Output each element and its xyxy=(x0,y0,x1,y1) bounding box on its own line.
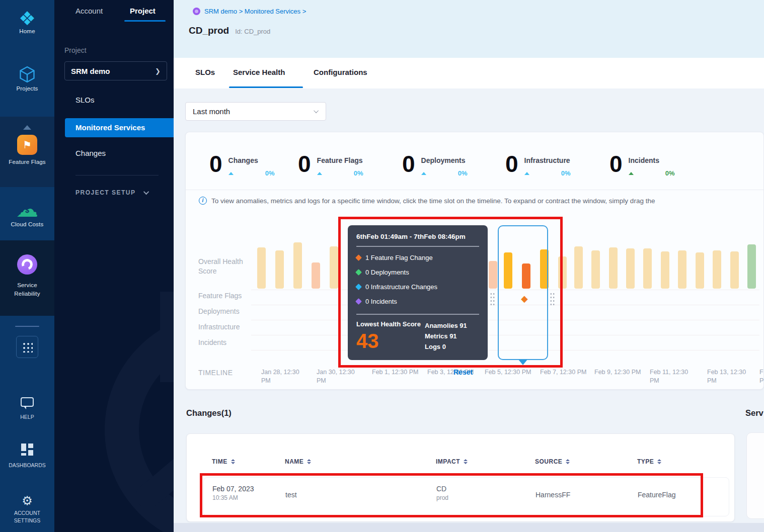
tooltip-change-text: 0 Infrastructure Changes xyxy=(365,283,437,291)
stat-value: 0 xyxy=(209,153,222,177)
row-label-feature-flags: Feature Flags xyxy=(198,291,256,301)
sort-icon[interactable] xyxy=(307,459,311,464)
health-bar[interactable] xyxy=(609,247,618,289)
selection-pointer-icon xyxy=(518,360,527,365)
stat-trend: 0% xyxy=(629,169,675,177)
column-header-source[interactable]: SOURCE xyxy=(535,458,570,465)
sidebar-divider xyxy=(75,175,159,175)
health-bar[interactable] xyxy=(275,250,284,289)
grid-icon xyxy=(22,342,33,352)
stat-trend: 0% xyxy=(317,169,363,177)
health-bar[interactable] xyxy=(312,262,320,289)
time-window-selection[interactable] xyxy=(498,225,548,360)
stat-value: 0 xyxy=(609,153,623,177)
row-label-overall-health: Overall Health Score xyxy=(198,257,256,276)
rail-item-projects[interactable]: Projects xyxy=(0,65,54,92)
cell-time: Feb 07, 2023 xyxy=(212,485,254,493)
card-divider xyxy=(186,190,763,190)
rail-item-label: Home xyxy=(0,28,54,34)
column-header-label: SOURCE xyxy=(535,458,562,465)
column-header-name[interactable]: NAME xyxy=(285,458,311,465)
health-bar[interactable] xyxy=(696,252,704,289)
sort-icon[interactable] xyxy=(231,459,235,464)
row-label-incidents: Incidents xyxy=(198,338,256,347)
stat-label: Incidents xyxy=(629,156,675,164)
health-bar[interactable] xyxy=(661,251,669,289)
rail-item-dashboards[interactable]: DASHBOARDS xyxy=(0,444,54,469)
rail-item-feature-flags[interactable]: ⚑ Feature Flags xyxy=(0,135,54,165)
sort-icon[interactable] xyxy=(464,459,468,464)
tab-configurations[interactable]: Configurations xyxy=(314,68,367,76)
sidebar-item-slos[interactable]: SLOs xyxy=(75,96,95,104)
cell-impact: CD xyxy=(436,485,448,493)
sidebar-tab-account[interactable]: Account xyxy=(75,7,103,15)
column-header-label: TIME xyxy=(212,458,227,465)
rail-item-label: ACCOUNT SETTINGS xyxy=(0,509,54,524)
health-bar[interactable] xyxy=(558,256,567,289)
tab-service-health[interactable]: Service Health xyxy=(233,68,285,76)
stat-percent: 0% xyxy=(265,169,275,177)
sort-icon[interactable] xyxy=(566,459,570,464)
timeline-tick: Feb 7, 12:30 PM xyxy=(540,368,588,377)
health-bar[interactable] xyxy=(626,248,635,289)
project-setup-label: PROJECT SETUP xyxy=(75,189,135,196)
tooltip-change-item: 0 Infrastructure Changes xyxy=(356,283,479,291)
table-row[interactable]: Feb 07, 2023 10:35 AM test CD prod Harne… xyxy=(203,477,729,516)
service-name: CD_prod xyxy=(189,25,229,36)
rail-item-help[interactable]: HELP xyxy=(0,397,54,421)
module-grid-button[interactable] xyxy=(16,336,38,358)
health-bar[interactable] xyxy=(293,242,302,289)
stat-detail: Feature Flags0% xyxy=(317,153,363,177)
scroll-up-icon xyxy=(23,125,31,130)
health-bar[interactable] xyxy=(330,246,338,289)
rail-item-service-reliability[interactable]: Service Reliability xyxy=(0,254,54,298)
project-select[interactable]: SRM demo ❯ xyxy=(64,61,167,80)
health-bar[interactable] xyxy=(257,247,266,289)
project-setup-toggle[interactable]: PROJECT SETUP xyxy=(75,189,149,196)
health-bar[interactable] xyxy=(643,248,652,289)
stat-percent: 0% xyxy=(561,169,571,177)
breadcrumb[interactable]: SRM demo > Monitored Services > xyxy=(193,8,306,15)
time-range-select[interactable]: Last month xyxy=(185,102,326,121)
column-header-time[interactable]: TIME xyxy=(212,458,235,465)
stat-trend: 0% xyxy=(228,169,275,177)
sidebar-item-changes[interactable]: Changes xyxy=(75,149,106,157)
app-window: ❖ Home Projects ⚑ Feature Flags ☁$ Cloud… xyxy=(0,0,764,532)
timeslot-tooltip: 6thFeb 01:49am - 7thFeb 08:46pm 1 Featur… xyxy=(348,225,488,360)
changes-section-title: Changes(1) xyxy=(186,408,232,418)
stat-infrastructure: 0Infrastructure0% xyxy=(505,153,571,177)
column-header-label: IMPACT xyxy=(436,458,460,465)
rail-scroll-up[interactable] xyxy=(0,123,54,132)
sidebar-tab-project[interactable]: Project xyxy=(130,7,156,15)
rail-item-account-settings[interactable]: ⚙ ACCOUNT SETTINGS xyxy=(0,495,54,524)
health-bar[interactable] xyxy=(747,244,756,289)
rail-item-label: Projects xyxy=(0,85,54,92)
rail-item-cloud-costs[interactable]: ☁$ Cloud Costs xyxy=(0,199,54,227)
changes-table-card: TIMENAMEIMPACTSOURCETYPE Feb 07, 2023 10… xyxy=(186,433,735,522)
window-drag-handle-left[interactable] xyxy=(490,292,495,306)
anomalies-count: Anamolies 91 xyxy=(425,320,479,331)
stat-detail: Deployments0% xyxy=(421,153,468,177)
tab-slos[interactable]: SLOs xyxy=(195,68,215,76)
trend-up-icon xyxy=(228,172,234,175)
health-bar[interactable] xyxy=(489,261,497,289)
info-note: i To view anomalies, metrics and logs fo… xyxy=(199,197,760,205)
tooltip-change-text: 1 Feature Flag Change xyxy=(365,254,433,261)
sort-icon[interactable] xyxy=(657,459,661,464)
health-bar[interactable] xyxy=(730,251,739,289)
timeline-tick: Feb 13, 12:30PM xyxy=(707,368,755,385)
health-bar[interactable] xyxy=(591,250,600,289)
rail-item-home[interactable]: ❖ Home xyxy=(0,9,54,34)
sidebar-item-monitored-services[interactable]: Monitored Services xyxy=(65,118,174,137)
health-bar[interactable] xyxy=(678,250,686,289)
reset-link[interactable]: Reset xyxy=(453,368,473,376)
window-drag-handle-right[interactable] xyxy=(550,292,555,306)
row-label-timeline: TIMELINE xyxy=(198,368,256,378)
column-header-impact[interactable]: IMPACT xyxy=(436,458,468,465)
project-sidebar: Account Project Project SRM demo ❯ SLOs … xyxy=(54,0,174,532)
health-bar[interactable] xyxy=(574,246,583,289)
health-bar[interactable] xyxy=(713,250,721,289)
project-avatar-icon xyxy=(193,8,200,15)
column-header-type[interactable]: TYPE xyxy=(637,458,661,465)
logs-count: Logs 0 xyxy=(425,341,479,352)
